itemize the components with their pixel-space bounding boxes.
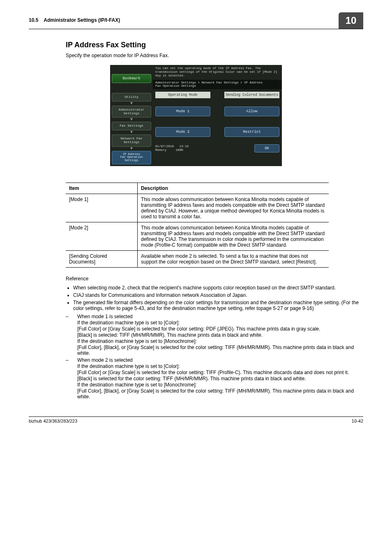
dash-line: [Black] is selected for the color settin… (77, 376, 363, 382)
bookmark-button[interactable]: Bookmark (112, 74, 151, 83)
dash-line: If the destination machine type is set t… (77, 382, 363, 388)
table-row: [Mode 1] This mode allows communication … (66, 194, 329, 222)
device-screenshot: Bookmark Utility ▼ Administrator Setting… (110, 65, 282, 166)
allow-button[interactable]: Allow (224, 106, 279, 116)
header-left: 10.5 Administrator Settings (IP/I-FAX) (29, 16, 339, 25)
cell-item: [Mode 2] (66, 222, 138, 250)
ss-time: 13:18 (180, 145, 189, 148)
col-operating-mode: Operating Mode (155, 92, 210, 98)
dash-head: When mode 1 is selected (77, 314, 363, 319)
cell-desc: Available when mode 2 is selected. To se… (138, 250, 329, 267)
chevron-down-icon: ▼ (112, 131, 151, 134)
dash-icon: – (66, 357, 70, 400)
screenshot-path: Administrator Settings > Network Fax Set… (153, 80, 282, 89)
intro-text: Specify the operation mode for IP Addres… (66, 53, 363, 58)
dash-line: [Full Color] or [Gray Scale] is selected… (77, 370, 363, 375)
page-footer: bizhub 423/363/283/223 10-42 (29, 416, 363, 423)
footer-page: 10-42 (352, 419, 363, 423)
dash-line: [Full Color], [Black], or [Gray Scale] i… (77, 345, 363, 356)
chevron-down-icon: ▼ (112, 148, 151, 150)
crumb-network-fax[interactable]: Network Fax Settings (112, 134, 151, 147)
screenshot-message: You can set the operating mode of the IP… (153, 65, 282, 80)
mode2-button[interactable]: Mode 2 (155, 127, 210, 137)
dash-line: If the destination machine type is set t… (77, 320, 363, 326)
dash-line: If the destination machine type is set t… (77, 338, 363, 344)
section-number: 10.5 (29, 17, 38, 23)
page-title: IP Address Fax Setting (66, 41, 363, 49)
section-title: Administrator Settings (IP/I-FAX) (44, 17, 120, 23)
dash-icon: – (66, 314, 70, 356)
table-row: [Mode 2] This mode allows communication … (66, 222, 329, 250)
list-item: When selecting mode 2, check that the re… (73, 285, 363, 291)
table-header-item: Item (66, 183, 138, 194)
page-header: 10.5 Administrator Settings (IP/I-FAX) 1… (29, 12, 363, 29)
screenshot-datetime: 01/07/2010 13:18 Memory 100% (155, 145, 254, 152)
chevron-down-icon: ▼ (112, 118, 151, 121)
ok-button[interactable]: OK (254, 144, 279, 153)
footer-product: bizhub 423/363/283/223 (29, 419, 77, 423)
reference-bullets: When selecting mode 2, check that the re… (66, 285, 363, 311)
reference-label: Reference (66, 276, 363, 282)
chapter-badge: 10 (339, 12, 363, 29)
description-table: Item Description [Mode 1] This mode allo… (66, 183, 329, 268)
cell-item: [Mode 1] (66, 194, 138, 222)
crumb-utility[interactable]: Utility (112, 93, 151, 102)
ss-memory-label: Memory (155, 148, 166, 152)
col-colored-docs: Sending Colored Documents (224, 92, 279, 98)
cell-desc: This mode allows communication between K… (138, 222, 329, 250)
crumb-ip-fax-operation[interactable]: IP Address Fax Operation Settings (112, 151, 151, 164)
table-header-desc: Description (138, 183, 329, 194)
screenshot-sidebar: Bookmark Utility ▼ Administrator Setting… (110, 65, 153, 166)
cell-item: [Sending Colored Documents] (66, 250, 138, 267)
dash-line: [Full Color] or [Gray Scale] is selected… (77, 326, 363, 332)
dash-line: [Black] is selected: TIFF (MH/MR/MMR). T… (77, 332, 363, 338)
list-item: The generated file format differs depend… (73, 300, 363, 311)
dash-line: [Full Color], [Black], or [Gray Scale] i… (77, 388, 363, 400)
dash-item-mode2: – When mode 2 is selected If the destina… (66, 357, 363, 400)
cell-desc: This mode allows communication between K… (138, 194, 329, 222)
crumb-fax-settings[interactable]: Fax Settings (112, 122, 151, 130)
restrict-button[interactable]: Restrict (224, 127, 279, 137)
chevron-down-icon: ▼ (112, 102, 151, 105)
dash-item-mode1: – When mode 1 is selected If the destina… (66, 314, 363, 356)
crumb-admin-settings[interactable]: Administrator Settings (112, 106, 151, 118)
table-row: [Sending Colored Documents] Available wh… (66, 250, 329, 267)
ss-memory-pct: 100% (176, 148, 183, 152)
mode1-button[interactable]: Mode 1 (155, 106, 210, 116)
dash-line: If the destination machine type is set t… (77, 363, 363, 369)
ss-date: 01/07/2010 (155, 145, 174, 148)
list-item: CIAJ stands for Communications and Infor… (73, 292, 363, 298)
dash-head: When mode 2 is selected (77, 357, 363, 363)
